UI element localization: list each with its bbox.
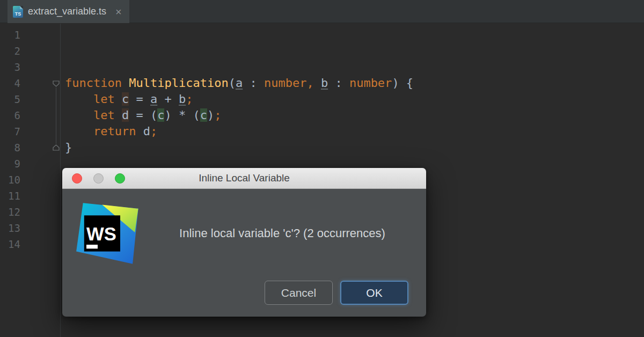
code-token: ;	[214, 108, 221, 122]
code-token	[65, 92, 93, 106]
code-token	[65, 108, 93, 122]
code-token: Multiplication	[129, 76, 228, 90]
dialog-titlebar[interactable]: Inline Local Variable	[62, 168, 426, 189]
code-token: c	[157, 108, 164, 122]
dialog-body: WS Inline local variable 'c'? (2 occurre…	[62, 189, 426, 317]
line-number: 10	[0, 172, 20, 188]
line-number: 4	[0, 75, 20, 91]
minimize-traffic-light-icon[interactable]	[93, 173, 104, 184]
code-token	[314, 76, 321, 90]
code-line: let c = a + b;	[65, 91, 644, 107]
code-token: =	[129, 92, 150, 106]
line-number: 14	[0, 236, 20, 252]
code-token: c	[200, 108, 207, 122]
code-token	[65, 124, 93, 138]
code-token: +	[157, 92, 179, 106]
code-token	[115, 108, 122, 122]
line-number: 3	[0, 59, 20, 75]
line-number: 5	[0, 91, 20, 107]
code-token: = (	[129, 108, 157, 122]
code-token: :	[328, 76, 349, 90]
tab-label: extract_variable.ts	[28, 6, 106, 17]
close-traffic-light-icon[interactable]	[72, 173, 82, 184]
code-token: b	[321, 76, 328, 90]
line-number: 11	[0, 188, 20, 204]
code-token: )	[207, 108, 214, 122]
line-number: 12	[0, 204, 20, 220]
line-number-gutter: 1234567891011121314	[0, 27, 20, 252]
typescript-file-icon: TS	[13, 6, 23, 18]
zoom-traffic-light-icon[interactable]	[115, 173, 125, 184]
code-token: return	[93, 124, 136, 138]
code-line: return d;	[65, 123, 644, 140]
code-token: (	[229, 76, 236, 90]
code-token: b	[179, 92, 186, 106]
line-number: 6	[0, 107, 20, 123]
code-token: a	[236, 76, 243, 90]
code-token: ) {	[392, 76, 413, 90]
code-token: function	[65, 76, 122, 90]
code-line	[65, 27, 644, 43]
cancel-button[interactable]: Cancel	[265, 281, 333, 305]
code-token: a	[150, 92, 157, 106]
code-token: }	[65, 141, 72, 154]
code-token	[115, 92, 122, 106]
code-line	[65, 59, 644, 75]
code-token: ) * (	[164, 108, 200, 122]
line-number: 1	[0, 27, 20, 43]
code-token: d	[122, 108, 129, 122]
code-token: let	[93, 108, 115, 122]
code-token	[122, 76, 129, 90]
ok-button[interactable]: OK	[340, 281, 408, 305]
dialog-buttons: Cancel OK	[265, 281, 408, 305]
code-line: let d = (c) * (c);	[65, 107, 644, 123]
code-token: c	[122, 92, 129, 106]
code-line: }	[65, 140, 644, 156]
typescript-file-icon-label: TS	[15, 12, 21, 18]
tab-extract-variable-ts[interactable]: TS extract_variable.ts ×	[8, 0, 129, 23]
line-number: 13	[0, 220, 20, 236]
inline-local-variable-dialog: Inline Local Variable WS Inline local v	[62, 168, 426, 317]
code-token: ,	[306, 76, 313, 90]
tab-close-icon[interactable]: ×	[115, 6, 122, 17]
code-token: :	[243, 76, 264, 90]
dialog-message: Inline local variable 'c'? (2 occurrence…	[152, 226, 412, 240]
code-token: let	[93, 92, 115, 106]
fold-collapse-end-icon[interactable]	[52, 144, 60, 152]
line-number: 8	[0, 140, 20, 156]
editor-tab-bar: TS extract_variable.ts ×	[0, 0, 644, 23]
dialog-title: Inline Local Variable	[199, 172, 290, 184]
code-token: number	[349, 76, 392, 90]
code-line: function Multiplication(a : number, b : …	[65, 75, 644, 91]
code-token: ;	[150, 124, 157, 138]
line-number: 7	[0, 123, 20, 140]
code-line	[65, 43, 644, 59]
webstorm-logo-icon: WS	[75, 200, 143, 267]
webstorm-logo-text: WS	[86, 224, 116, 244]
fold-guide-line	[56, 87, 56, 144]
code-token: ;	[186, 92, 193, 106]
traffic-lights	[72, 173, 125, 184]
code-token: d	[136, 124, 150, 138]
line-number: 9	[0, 156, 20, 172]
line-number: 2	[0, 43, 20, 59]
code-token: number	[264, 76, 306, 90]
fold-collapse-start-icon[interactable]	[52, 79, 60, 87]
editor-gutter: 1234567891011121314	[0, 24, 61, 337]
